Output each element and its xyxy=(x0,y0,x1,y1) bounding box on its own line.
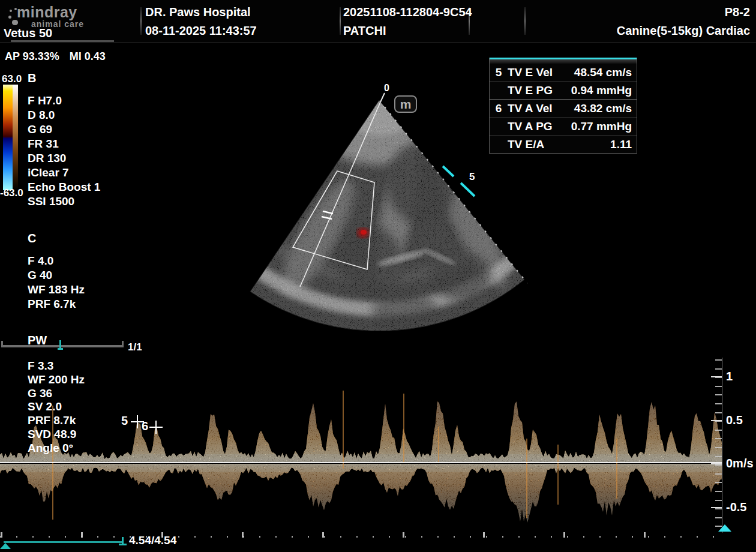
b-mode-params: F H7.0 D 8.0 G 69 FR 31 DR 130 iClear 7 … xyxy=(28,94,100,209)
colorbar-max-label: 63.0 xyxy=(2,73,22,85)
exam-id: 20251108-112804-9C54 xyxy=(343,5,472,19)
exam-datetime: 08-11-2025 11:43:57 xyxy=(145,24,257,38)
result-label: TV E Vel xyxy=(508,66,563,79)
param-line: SSI 1500 xyxy=(28,194,100,209)
param-line: DR 130 xyxy=(28,151,100,166)
result-value: 48.54 cm/s xyxy=(563,66,637,79)
result-value: 0.77 mmHg xyxy=(563,120,637,133)
caliper-cross[interactable] xyxy=(149,421,163,434)
gray-map-bar xyxy=(13,85,18,190)
divider xyxy=(140,7,142,35)
paw-icon xyxy=(10,10,12,12)
result-value: 0.94 mmHg xyxy=(563,84,637,97)
color-flow-bar xyxy=(3,85,13,190)
result-value: 1.11 xyxy=(563,138,637,151)
velocity-axis-major-tick xyxy=(711,376,722,377)
steer-angle-label: 0 xyxy=(384,83,389,93)
param-line: WF 200 Hz xyxy=(28,373,85,387)
mechanical-index: MI 0.43 xyxy=(70,50,106,62)
baseline-position-marker[interactable] xyxy=(718,524,731,532)
divider xyxy=(11,40,114,42)
caliper-number: 5 xyxy=(121,414,128,428)
color-flow-blob-core xyxy=(361,230,367,235)
cine-start-marker[interactable] xyxy=(0,543,11,549)
velocity-axis-ticks xyxy=(715,359,722,532)
acoustic-power: AP 93.33% xyxy=(5,50,59,62)
param-line: SVD 48.9 xyxy=(28,428,85,442)
param-line: Angle 0° xyxy=(28,442,85,455)
param-line: FR 31 xyxy=(28,137,100,151)
velocity-axis-major-tick xyxy=(711,463,722,464)
caliper-number: 6 xyxy=(142,419,148,433)
param-line: SV 2.0 xyxy=(28,400,85,414)
velocity-axis-label: 0m/s xyxy=(726,457,754,470)
velocity-axis-label: 0.5 xyxy=(726,413,743,427)
velocity-axis-label: -0.5 xyxy=(726,500,746,514)
probe-name: P8-2 xyxy=(725,5,750,19)
param-line: WF 183 Hz xyxy=(28,283,85,297)
velocity-axis-major-tick xyxy=(711,507,722,508)
param-line: G 36 xyxy=(28,387,85,401)
param-line: Echo Boost 1 xyxy=(28,180,100,194)
b-mode-tissue xyxy=(222,78,546,348)
time-scale-ticks xyxy=(1,532,724,538)
device-name: Vetus 50 xyxy=(4,26,52,40)
param-line: D 8.0 xyxy=(28,108,100,122)
param-line: F H7.0 xyxy=(28,94,100,108)
sv-depth-marker xyxy=(461,183,475,196)
b-mode-title: B xyxy=(28,71,36,85)
cine-progress-bar[interactable] xyxy=(4,541,122,543)
pw-mode-params: F 3.3 WF 200 Hz G 36 SV 2.0 PRF 8.7k SVD… xyxy=(28,359,85,455)
velocity-axis-line xyxy=(722,358,722,533)
cine-time-readout: 4.54/4.54 xyxy=(129,534,176,547)
brand-logo: mindray xyxy=(17,4,77,21)
cursor-tip xyxy=(380,93,385,102)
param-line: G 69 xyxy=(28,122,100,137)
c-mode-title: C xyxy=(28,232,36,245)
depth-label: 5 xyxy=(469,171,475,182)
colorbar xyxy=(3,85,19,190)
divider xyxy=(340,7,341,35)
doppler-baseline[interactable] xyxy=(0,462,722,463)
param-line: G 40 xyxy=(28,268,85,283)
paw-icon xyxy=(8,16,11,19)
sv-depth-marker xyxy=(443,166,454,176)
velocity-axis-label: 1 xyxy=(726,370,733,383)
c-mode-params: F 4.0 G 40 WF 183 Hz PRF 6.7k xyxy=(28,254,85,311)
param-line: PRF 8.7k xyxy=(28,414,85,428)
b-mode-image: 5 0 m xyxy=(222,78,546,348)
divider xyxy=(524,7,526,35)
result-value: 43.82 cm/s xyxy=(563,102,637,115)
results-header-strip xyxy=(490,59,637,64)
param-line: iClear 7 xyxy=(28,166,100,180)
cine-position-marker[interactable] xyxy=(122,537,124,545)
exam-preset: Canine(5-15kg) Cardiac xyxy=(617,24,750,38)
pw-slider-thumb[interactable] xyxy=(59,340,61,349)
param-line: F 4.0 xyxy=(28,254,85,268)
page-indicator: 1/1 xyxy=(128,341,142,353)
param-line: F 3.3 xyxy=(28,359,85,373)
acoustic-status: AP 93.33% MI 0.43 xyxy=(5,50,106,63)
result-num: 5 xyxy=(490,66,508,79)
hospital-name: DR. Paws Hospital xyxy=(145,5,251,19)
ultrasound-screen: mindray animal care Vetus 50 DR. Paws Ho… xyxy=(0,0,756,552)
orientation-marker-m: m xyxy=(400,97,412,111)
top-bar: mindray animal care Vetus 50 DR. Paws Ho… xyxy=(0,0,756,43)
pw-spectrum xyxy=(0,357,723,534)
param-line: PRF 6.7k xyxy=(28,297,85,311)
velocity-axis-major-tick xyxy=(711,420,722,421)
colorbar-min-label: -63.0 xyxy=(0,187,23,199)
pw-page-slider[interactable] xyxy=(1,345,124,347)
patient-name: PATCHI xyxy=(343,24,386,38)
